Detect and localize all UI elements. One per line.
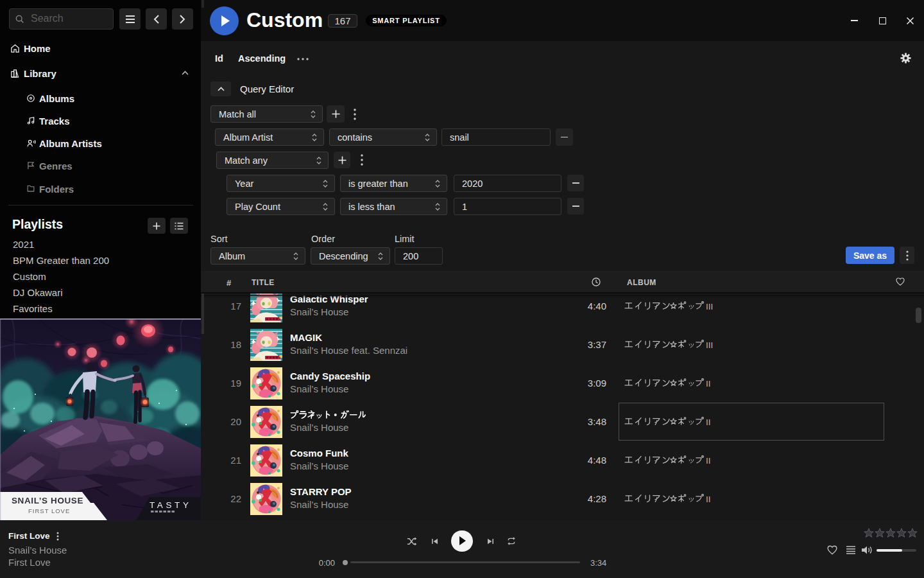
svg-text:TASTY: TASTY xyxy=(150,500,192,510)
svg-text:III: III xyxy=(706,340,713,349)
svg-text:II: II xyxy=(706,378,711,388)
svg-text:III: III xyxy=(706,301,713,311)
svg-text:FIRST LOVE: FIRST LOVE xyxy=(28,507,70,514)
svg-text:II: II xyxy=(706,455,711,465)
svg-text:II: II xyxy=(706,494,711,504)
svg-text:SNAIL’S HOUSE: SNAIL’S HOUSE xyxy=(12,496,83,505)
